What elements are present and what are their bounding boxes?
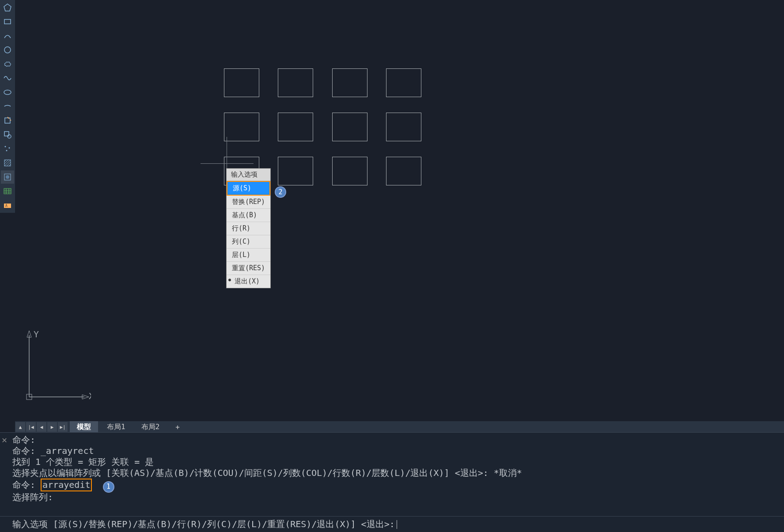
array-rect (386, 157, 421, 185)
point-tool[interactable] (1, 142, 14, 155)
insert-block-tool[interactable] (1, 114, 14, 127)
array-rect (332, 113, 367, 141)
cmd-line: 选择阵列: (12, 492, 781, 503)
tab-add[interactable]: + (168, 422, 187, 433)
tab-layout2[interactable]: 布局2 (134, 421, 167, 433)
left-toolbar: A (0, 0, 15, 213)
array-rect (278, 157, 313, 185)
svg-point-7 (5, 146, 6, 147)
array-rect (278, 68, 313, 97)
array-rect (224, 68, 259, 97)
ctx-item-rows[interactable]: 行(R) (227, 222, 270, 235)
tab-next-button[interactable]: ▶ (47, 422, 57, 432)
svg-text:X: X (89, 391, 91, 401)
tab-menu-button[interactable]: ▲ (15, 422, 25, 432)
cmd-line: 命令: _arrayrect (12, 445, 781, 457)
array-rect (332, 157, 367, 185)
gradient-tool[interactable] (1, 170, 14, 184)
annotation-badge-2: 2 (275, 186, 286, 198)
svg-text:A: A (5, 204, 8, 208)
polygon-tool[interactable] (1, 1, 14, 14)
array-rect (386, 113, 421, 141)
ellipse-arc-tool[interactable] (1, 100, 14, 113)
array-edit-context-menu: 输入选项 源(S) 替换(REP) 基点(B) 行(R) 列(C) 层(L) 重… (226, 168, 271, 288)
ctx-item-replace[interactable]: 替换(REP) (227, 196, 270, 209)
array-rect (224, 113, 259, 141)
array-rect (278, 113, 313, 141)
arc-tool[interactable] (1, 29, 14, 42)
ctx-item-basepoint[interactable]: 基点(B) (227, 209, 270, 222)
ctx-item-source[interactable]: 源(S) (227, 181, 270, 196)
svg-point-8 (9, 147, 10, 149)
cmd-line: 命令: arrayedit 1 (12, 479, 781, 492)
cmd-line: 找到 1 个类型 = 矩形 关联 = 是 (12, 457, 781, 468)
cmd-line: 选择夹点以编辑阵列或 [关联(AS)/基点(B)/计数(COU)/间距(S)/列… (12, 468, 781, 479)
text-tool[interactable]: A (1, 199, 14, 212)
svg-point-2 (4, 47, 11, 53)
cursor-crosshair-h (201, 163, 254, 164)
ctx-item-columns[interactable]: 列(C) (227, 235, 270, 249)
svg-marker-0 (4, 4, 11, 11)
svg-point-9 (6, 150, 8, 151)
ctx-item-exit[interactable]: 退出(X) (227, 275, 270, 288)
ctx-item-reset[interactable]: 重置(RES) (227, 262, 270, 275)
ellipse-tool[interactable] (1, 86, 14, 99)
svg-point-12 (6, 175, 9, 179)
revision-cloud-tool[interactable] (1, 57, 14, 71)
svg-text:Y: Y (34, 329, 39, 340)
tab-first-button[interactable]: |◀ (26, 422, 36, 432)
cmd-prefix: 命令: (12, 479, 35, 490)
svg-point-6 (8, 135, 11, 138)
context-menu-header: 输入选项 (227, 169, 270, 181)
text-cursor (397, 520, 397, 529)
circle-tool[interactable] (1, 43, 14, 57)
cmd-highlighted-arrayedit: arrayedit (41, 479, 92, 491)
command-prompt-text: 输入选项 [源(S)/替换(REP)/基点(B)/行(R)/列(C)/层(L)/… (12, 518, 395, 530)
ctx-item-levels[interactable]: 层(L) (227, 249, 270, 262)
tab-last-button[interactable]: ▶| (58, 422, 68, 432)
annotation-badge-1: 1 (103, 481, 114, 493)
hatch-tool[interactable] (1, 156, 14, 170)
array-rect (386, 68, 421, 97)
table-tool[interactable] (1, 185, 14, 198)
spline-tool[interactable] (1, 72, 14, 85)
svg-rect-1 (4, 19, 11, 24)
command-input-bar[interactable]: 输入选项 [源(S)/替换(REP)/基点(B)/行(R)/列(C)/层(L)/… (0, 516, 784, 532)
svg-rect-13 (4, 189, 11, 194)
ucs-axes-icon: Y X (20, 326, 91, 406)
array-rect (332, 68, 367, 97)
close-command-panel-icon[interactable]: ✕ (2, 434, 7, 445)
layout-tabs-bar: ▲ |◀ ◀ ▶ ▶| 模型 布局1 布局2 + (15, 421, 784, 433)
svg-point-3 (4, 90, 11, 94)
drawing-canvas[interactable]: 输入选项 源(S) 替换(REP) 基点(B) 行(R) 列(C) 层(L) 重… (15, 0, 784, 408)
tab-prev-button[interactable]: ◀ (37, 422, 46, 432)
rectangle-tool[interactable] (1, 15, 14, 28)
tab-model[interactable]: 模型 (70, 421, 98, 433)
command-history-panel: ✕ 命令: 命令: _arrayrect 找到 1 个类型 = 矩形 关联 = … (0, 432, 784, 516)
tab-layout1[interactable]: 布局1 (100, 421, 133, 433)
make-block-tool[interactable] (1, 128, 14, 141)
cmd-line: 命令: (12, 434, 781, 445)
